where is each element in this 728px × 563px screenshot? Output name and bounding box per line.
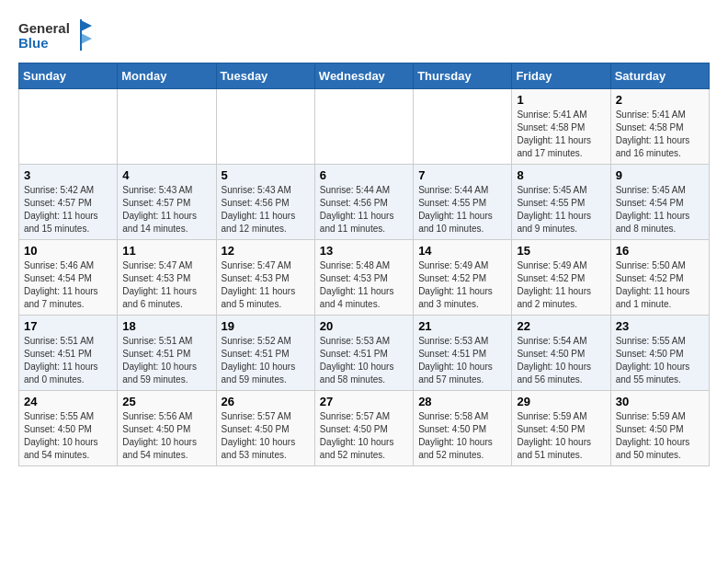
svg-text:Blue: Blue [18,35,49,51]
weekday-header-thursday: Thursday [414,63,512,89]
day-info: Sunrise: 5:54 AM Sunset: 4:50 PM Dayligh… [517,335,605,386]
calendar-cell: 21Sunrise: 5:53 AM Sunset: 4:51 PM Dayli… [414,316,512,391]
calendar-cell: 9Sunrise: 5:45 AM Sunset: 4:54 PM Daylig… [610,165,709,240]
day-info: Sunrise: 5:47 AM Sunset: 4:53 PM Dayligh… [122,259,210,311]
day-info: Sunrise: 5:58 AM Sunset: 4:50 PM Dayligh… [418,410,506,462]
day-number: 7 [418,168,506,182]
day-number: 3 [24,168,112,182]
calendar-cell: 11Sunrise: 5:47 AM Sunset: 4:53 PM Dayli… [118,240,216,316]
calendar-cell: 19Sunrise: 5:52 AM Sunset: 4:51 PM Dayli… [216,316,314,391]
calendar-cell [19,89,118,165]
calendar-cell: 2Sunrise: 5:41 AM Sunset: 4:58 PM Daylig… [610,89,709,165]
day-number: 30 [616,395,704,408]
day-number: 18 [122,319,210,333]
day-number: 10 [24,244,112,258]
svg-text:General: General [18,20,70,36]
day-info: Sunrise: 5:56 AM Sunset: 4:50 PM Dayligh… [122,410,210,462]
day-info: Sunrise: 5:49 AM Sunset: 4:52 PM Dayligh… [517,259,605,311]
day-number: 9 [616,168,704,182]
calendar-cell: 30Sunrise: 5:59 AM Sunset: 4:50 PM Dayli… [610,391,709,466]
day-number: 6 [320,168,408,182]
day-info: Sunrise: 5:55 AM Sunset: 4:50 PM Dayligh… [616,335,704,386]
calendar-cell: 16Sunrise: 5:50 AM Sunset: 4:52 PM Dayli… [610,240,709,316]
calendar-cell [314,89,413,165]
day-number: 11 [122,244,210,258]
calendar-week-5: 24Sunrise: 5:55 AM Sunset: 4:50 PM Dayli… [19,391,710,466]
day-info: Sunrise: 5:55 AM Sunset: 4:50 PM Dayligh… [24,410,112,462]
calendar-cell: 3Sunrise: 5:42 AM Sunset: 4:57 PM Daylig… [19,165,118,240]
day-number: 23 [616,319,704,333]
day-number: 4 [122,168,210,182]
svg-marker-3 [81,33,92,44]
day-info: Sunrise: 5:51 AM Sunset: 4:51 PM Dayligh… [122,335,210,386]
calendar-cell: 24Sunrise: 5:55 AM Sunset: 4:50 PM Dayli… [19,391,118,466]
day-number: 8 [517,168,605,182]
calendar-cell: 13Sunrise: 5:48 AM Sunset: 4:53 PM Dayli… [314,240,413,316]
calendar-cell: 10Sunrise: 5:46 AM Sunset: 4:54 PM Dayli… [19,240,118,316]
day-info: Sunrise: 5:53 AM Sunset: 4:51 PM Dayligh… [418,335,506,386]
day-info: Sunrise: 5:49 AM Sunset: 4:52 PM Dayligh… [418,259,506,311]
day-info: Sunrise: 5:41 AM Sunset: 4:58 PM Dayligh… [517,109,605,160]
day-info: Sunrise: 5:47 AM Sunset: 4:53 PM Dayligh… [222,259,310,311]
day-number: 16 [616,244,704,258]
day-number: 19 [222,319,310,333]
day-number: 29 [517,395,605,408]
day-number: 1 [517,93,605,107]
page-header: GeneralBlue [18,18,710,53]
weekday-header-sunday: Sunday [19,63,118,89]
calendar-cell: 17Sunrise: 5:51 AM Sunset: 4:51 PM Dayli… [19,316,118,391]
calendar-week-2: 3Sunrise: 5:42 AM Sunset: 4:57 PM Daylig… [19,165,710,240]
day-number: 28 [418,395,506,408]
day-number: 25 [122,395,210,408]
weekday-header-monday: Monday [118,63,216,89]
day-info: Sunrise: 5:50 AM Sunset: 4:52 PM Dayligh… [616,259,704,311]
day-info: Sunrise: 5:46 AM Sunset: 4:54 PM Dayligh… [24,259,112,311]
day-info: Sunrise: 5:52 AM Sunset: 4:51 PM Dayligh… [222,335,310,386]
day-info: Sunrise: 5:43 AM Sunset: 4:57 PM Dayligh… [122,184,210,236]
calendar-cell: 29Sunrise: 5:59 AM Sunset: 4:50 PM Dayli… [512,391,610,466]
day-info: Sunrise: 5:41 AM Sunset: 4:58 PM Dayligh… [616,109,704,160]
day-number: 20 [320,319,408,333]
day-info: Sunrise: 5:43 AM Sunset: 4:56 PM Dayligh… [222,184,310,236]
calendar-cell: 27Sunrise: 5:57 AM Sunset: 4:50 PM Dayli… [314,391,413,466]
calendar-cell: 1Sunrise: 5:41 AM Sunset: 4:58 PM Daylig… [512,89,610,165]
day-info: Sunrise: 5:53 AM Sunset: 4:51 PM Dayligh… [320,335,408,386]
weekday-header-tuesday: Tuesday [216,63,314,89]
day-info: Sunrise: 5:45 AM Sunset: 4:55 PM Dayligh… [517,184,605,236]
weekday-header-wednesday: Wednesday [314,63,413,89]
day-info: Sunrise: 5:44 AM Sunset: 4:56 PM Dayligh… [320,184,408,236]
day-number: 22 [517,319,605,333]
day-info: Sunrise: 5:57 AM Sunset: 4:50 PM Dayligh… [320,410,408,462]
weekday-header-friday: Friday [512,63,610,89]
day-number: 21 [418,319,506,333]
calendar-week-3: 10Sunrise: 5:46 AM Sunset: 4:54 PM Dayli… [19,240,710,316]
calendar-cell [216,89,314,165]
calendar-cell: 25Sunrise: 5:56 AM Sunset: 4:50 PM Dayli… [118,391,216,466]
day-number: 24 [24,395,112,408]
calendar-cell: 4Sunrise: 5:43 AM Sunset: 4:57 PM Daylig… [118,165,216,240]
calendar-week-1: 1Sunrise: 5:41 AM Sunset: 4:58 PM Daylig… [19,89,710,165]
calendar-week-4: 17Sunrise: 5:51 AM Sunset: 4:51 PM Dayli… [19,316,710,391]
day-number: 5 [222,168,310,182]
day-number: 14 [418,244,506,258]
calendar-cell: 15Sunrise: 5:49 AM Sunset: 4:52 PM Dayli… [512,240,610,316]
weekday-header-saturday: Saturday [610,63,709,89]
calendar-cell: 7Sunrise: 5:44 AM Sunset: 4:55 PM Daylig… [414,165,512,240]
day-number: 13 [320,244,408,258]
calendar-cell: 8Sunrise: 5:45 AM Sunset: 4:55 PM Daylig… [512,165,610,240]
day-number: 15 [517,244,605,258]
day-number: 26 [222,395,310,408]
calendar-cell: 14Sunrise: 5:49 AM Sunset: 4:52 PM Dayli… [414,240,512,316]
calendar-cell: 12Sunrise: 5:47 AM Sunset: 4:53 PM Dayli… [216,240,314,316]
svg-marker-2 [81,20,92,31]
calendar-cell: 20Sunrise: 5:53 AM Sunset: 4:51 PM Dayli… [314,316,413,391]
day-info: Sunrise: 5:59 AM Sunset: 4:50 PM Dayligh… [616,410,704,462]
day-info: Sunrise: 5:42 AM Sunset: 4:57 PM Dayligh… [24,184,112,236]
calendar-cell: 18Sunrise: 5:51 AM Sunset: 4:51 PM Dayli… [118,316,216,391]
day-info: Sunrise: 5:44 AM Sunset: 4:55 PM Dayligh… [418,184,506,236]
calendar-cell: 26Sunrise: 5:57 AM Sunset: 4:50 PM Dayli… [216,391,314,466]
calendar-cell: 5Sunrise: 5:43 AM Sunset: 4:56 PM Daylig… [216,165,314,240]
calendar-cell: 28Sunrise: 5:58 AM Sunset: 4:50 PM Dayli… [414,391,512,466]
calendar-cell [414,89,512,165]
calendar-cell [118,89,216,165]
